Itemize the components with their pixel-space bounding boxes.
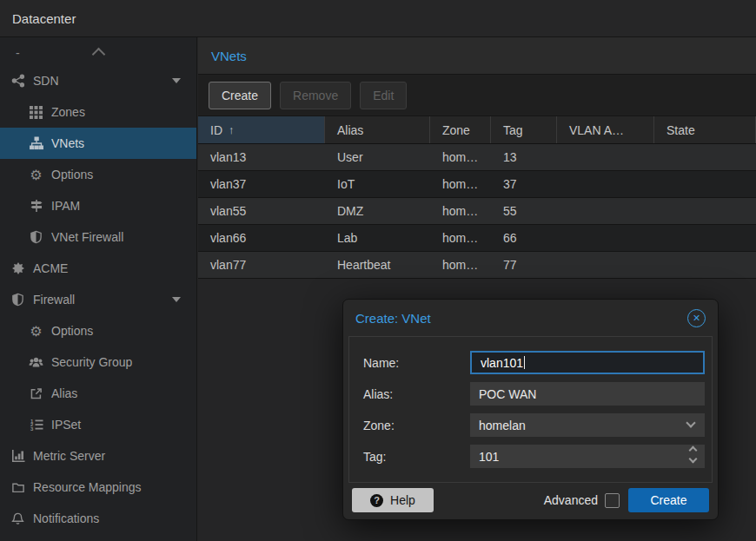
remove-button[interactable]: Remove	[280, 82, 351, 109]
cell-vlanaware	[557, 252, 654, 278]
grid-icon	[29, 105, 43, 120]
list-ol-icon: 123	[29, 418, 43, 432]
alias-input[interactable]: POC WAN	[470, 382, 705, 406]
column-header-state[interactable]: State	[654, 116, 756, 143]
sidebar-item-ipam[interactable]: IPAM	[0, 190, 196, 221]
collapse-caret-icon[interactable]	[172, 78, 181, 83]
sidebar-item-alias[interactable]: Alias	[0, 378, 196, 409]
shield-icon	[10, 293, 25, 307]
column-header-alias[interactable]: Alias	[325, 116, 430, 143]
sidebar-item-resource-mappings[interactable]: Resource Mappings	[0, 472, 196, 503]
sidebar-item-vnet-firewall[interactable]: VNet Firewall	[0, 221, 196, 253]
sidebar-item-label: Alias	[51, 386, 77, 400]
sidebar-item-label: Notifications	[33, 511, 99, 525]
sidebar-item-label: IPSet	[51, 418, 81, 432]
number-spinner[interactable]	[690, 447, 696, 462]
toolbar: Create Remove Edit	[198, 75, 756, 116]
advanced-label: Advanced	[544, 493, 598, 507]
sidebar-item-firewall[interactable]: Firewall	[0, 284, 196, 315]
svg-text:3: 3	[30, 426, 34, 432]
spinner-down-icon[interactable]	[689, 455, 698, 464]
cell-state	[654, 171, 756, 197]
cell-vlanaware	[557, 225, 654, 251]
cell-zone: hom…	[430, 144, 491, 170]
create-button[interactable]: Create	[209, 82, 271, 109]
create-vnet-dialog: Create: VNet ✕ Name: vlan101 Alias: POC …	[342, 299, 719, 520]
sidebar-item-zones[interactable]: Zones	[0, 96, 196, 128]
sidebar-item-label: Security Group	[51, 355, 132, 369]
form-row-alias: Alias: POC WAN	[356, 382, 705, 406]
certificate-icon	[10, 261, 25, 276]
table-row[interactable]: vlan77 Heartbeat hom… 77	[198, 252, 756, 279]
sidebar-item-acme[interactable]: ACME	[0, 253, 196, 284]
cell-zone: hom…	[430, 171, 491, 197]
top-header-bar: Datacenter	[0, 0, 756, 37]
name-label: Name:	[356, 356, 470, 370]
map-signs-icon	[29, 199, 43, 214]
column-header-vlanaware[interactable]: VLAN A…	[557, 116, 654, 143]
sidebar-item-firewall-options[interactable]: ⚙ Options	[0, 315, 196, 346]
table-row[interactable]: vlan66 Lab hom… 66	[198, 225, 756, 252]
sidebar-item-ipset[interactable]: 123 IPSet	[0, 409, 196, 440]
column-header-id[interactable]: ID ↑	[198, 116, 325, 143]
advanced-checkbox[interactable]	[605, 493, 620, 508]
cell-zone: hom…	[430, 198, 491, 224]
name-input[interactable]: vlan101	[470, 351, 705, 374]
cell-alias: DMZ	[325, 198, 430, 224]
zone-select[interactable]: homelan	[470, 413, 705, 437]
tag-label: Tag:	[356, 450, 470, 464]
chevron-up-icon	[92, 48, 106, 62]
chevron-down-icon	[686, 418, 695, 427]
sidebar-item-sdn-options[interactable]: ⚙ Options	[0, 159, 196, 190]
tag-number-input[interactable]: 101	[470, 445, 705, 468]
spinner-up-icon[interactable]	[689, 446, 698, 455]
cell-tag: 37	[491, 171, 557, 197]
table-row[interactable]: vlan55 DMZ hom… 55	[198, 198, 756, 225]
sidebar-item-label: ACME	[33, 261, 68, 275]
sidebar-item-vnets[interactable]: VNets	[0, 128, 196, 159]
cell-state	[654, 198, 756, 224]
panel-header: VNets	[198, 37, 756, 75]
cell-alias: User	[325, 144, 430, 170]
help-button[interactable]: ? Help	[352, 488, 434, 512]
sidebar-item-notifications[interactable]: Notifications	[0, 503, 196, 534]
text-cursor	[524, 356, 525, 369]
cell-id: vlan37	[198, 171, 325, 197]
sidebar-item-metric-server[interactable]: Metric Server	[0, 440, 196, 472]
users-icon	[29, 355, 43, 370]
column-header-zone[interactable]: Zone	[430, 116, 491, 143]
sidebar-nav-tree: - SDN Zones VNets ⚙ Options	[0, 37, 197, 541]
column-header-tag[interactable]: Tag	[491, 116, 557, 143]
cell-id: vlan77	[198, 252, 325, 278]
cell-state	[654, 144, 756, 170]
table-row[interactable]: vlan37 IoT hom… 37	[198, 171, 756, 198]
sdn-icon	[10, 74, 25, 89]
form-row-zone: Zone: homelan	[356, 413, 705, 437]
edit-button[interactable]: Edit	[360, 82, 407, 109]
dialog-footer: ? Help Advanced Create	[343, 481, 718, 519]
sort-asc-icon: ↑	[229, 123, 235, 136]
cell-state	[654, 225, 756, 251]
cell-alias: Heartbeat	[325, 252, 430, 278]
table-row[interactable]: vlan13 User hom… 13	[198, 144, 756, 171]
sidebar-item-sdn[interactable]: SDN	[0, 65, 196, 96]
collapse-caret-icon[interactable]	[172, 297, 181, 302]
cell-zone: hom…	[430, 225, 491, 251]
vnets-table: ID ↑ Alias Zone Tag VLAN A… State vlan13…	[198, 116, 756, 279]
close-icon[interactable]: ✕	[687, 309, 706, 327]
bar-chart-icon	[10, 449, 25, 464]
form-row-tag: Tag: 101	[356, 445, 705, 468]
alias-label: Alias:	[356, 387, 470, 401]
sidebar-item-label: Zones	[51, 105, 85, 119]
dialog-form: Name: vlan101 Alias: POC WAN Zone: homel…	[348, 336, 713, 483]
cell-id: vlan66	[198, 225, 325, 251]
cell-id: vlan55	[198, 198, 325, 224]
gear-icon: ⚙	[29, 168, 43, 182]
sidebar-item-label: Firewall	[33, 293, 75, 307]
dialog-create-button[interactable]: Create	[628, 488, 709, 512]
truncated-node-label: -	[16, 46, 20, 60]
sidebar-scroll-indicator[interactable]: -	[0, 37, 196, 65]
sidebar-item-security-group[interactable]: Security Group	[0, 346, 196, 378]
external-link-icon	[29, 386, 43, 401]
dialog-header[interactable]: Create: VNet ✕	[343, 300, 718, 336]
